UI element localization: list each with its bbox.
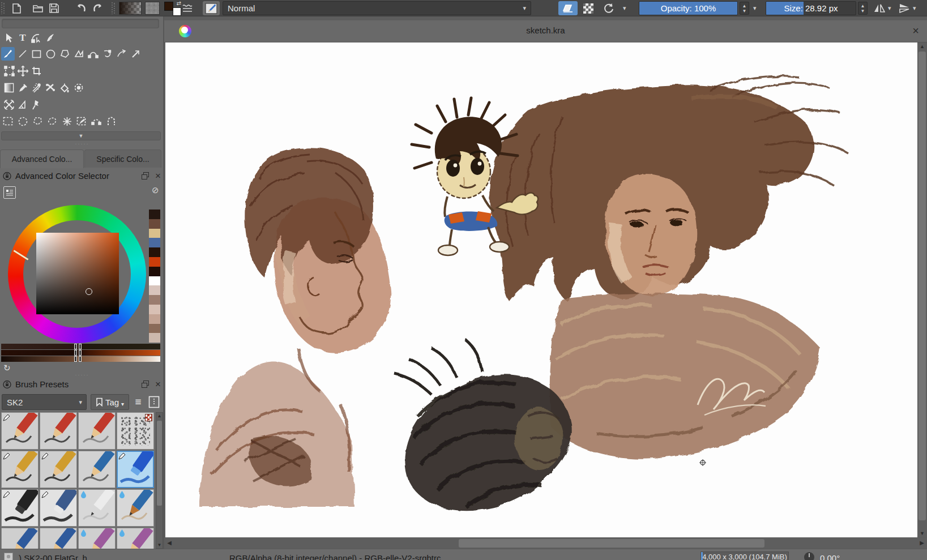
brush-preset-item[interactable] — [1, 489, 39, 527]
tool-transform[interactable] — [2, 64, 16, 78]
tool-freehand-brush[interactable] — [1, 47, 15, 61]
canvas-rotation-dial[interactable] — [804, 552, 814, 560]
history-swatch[interactable] — [149, 238, 160, 247]
strip-handle[interactable] — [74, 344, 77, 349]
fg-bg-colors[interactable]: ⇄ — [163, 1, 181, 16]
brush-preset-item[interactable] — [78, 528, 116, 549]
drawing-canvas[interactable] — [165, 42, 917, 537]
tool-ellipse-select[interactable] — [16, 114, 29, 128]
close-document-icon[interactable]: × — [912, 24, 919, 37]
brush-preset-item[interactable] — [78, 412, 116, 450]
tool-freehand-select[interactable] — [45, 114, 59, 128]
brush-preset-item[interactable] — [1, 451, 39, 488]
choose-brush-preset-button[interactable] — [180, 1, 195, 15]
brush-preset-item[interactable] — [78, 451, 116, 488]
chevron-down-icon[interactable]: ▾ — [888, 5, 891, 12]
chevron-down-icon[interactable]: ▾ — [913, 5, 916, 12]
tool-gradient[interactable] — [2, 81, 16, 95]
new-document-button[interactable] — [9, 1, 24, 15]
spin-down-icon[interactable]: ▼ — [742, 8, 747, 14]
history-swatch[interactable] — [149, 247, 160, 257]
pattern-swatch[interactable] — [145, 2, 160, 15]
reload-preset-button[interactable] — [601, 1, 616, 15]
strip-handle[interactable] — [74, 356, 77, 362]
tool-magnetic-select[interactable] — [104, 114, 118, 128]
spin-down-icon[interactable]: ▼ — [861, 8, 865, 14]
preset-scrollbar-thumb[interactable] — [157, 421, 162, 506]
undo-button[interactable] — [74, 1, 88, 15]
tool-assistants[interactable] — [2, 98, 16, 112]
mirror-horizontal-button[interactable] — [872, 1, 887, 15]
tool-ellipse[interactable] — [44, 47, 57, 61]
tool-select-shapes[interactable] — [2, 31, 16, 45]
tool-freehand-path[interactable] — [100, 47, 114, 61]
close-docker-icon[interactable]: × — [155, 379, 161, 390]
strip-handle[interactable] — [79, 356, 82, 362]
tool-bezier-select[interactable] — [89, 114, 103, 128]
tool-enclose-fill[interactable] — [72, 81, 86, 95]
tool-polyline[interactable] — [72, 47, 86, 61]
tool-measure[interactable] — [16, 98, 29, 112]
brush-preset-item[interactable] — [40, 412, 77, 450]
history-swatch[interactable] — [149, 333, 160, 343]
brush-preset-item[interactable] — [1, 528, 39, 549]
tool-smart-patch[interactable] — [44, 81, 57, 95]
brush-preset-item[interactable] — [40, 451, 77, 488]
scroll-down-icon[interactable]: ▼ — [156, 542, 163, 548]
spin-up-icon[interactable]: ▲ — [742, 3, 747, 8]
history-swatch[interactable] — [149, 257, 160, 267]
brush-preset-item[interactable] — [40, 489, 77, 527]
tool-reference-images[interactable] — [29, 98, 43, 112]
history-swatch[interactable] — [149, 210, 160, 219]
toolbar-drag-handle[interactable] — [1, 2, 5, 14]
strip-handle[interactable] — [79, 344, 82, 349]
history-swatch[interactable] — [149, 295, 160, 305]
tool-move[interactable] — [16, 64, 29, 78]
tool-colorize-mask[interactable] — [29, 81, 43, 95]
tool-calligraphy[interactable] — [44, 31, 57, 45]
eraser-mode-button[interactable] — [558, 1, 578, 15]
float-docker-icon[interactable] — [142, 381, 149, 388]
tool-edit-shapes[interactable] — [29, 31, 43, 45]
size-spinbox[interactable]: ▲ ▼ — [858, 2, 868, 15]
refresh-shades-button[interactable]: ↻ — [3, 363, 11, 373]
docker-resize-dots[interactable]: ····· — [71, 372, 93, 378]
document-titlebar[interactable]: sketch.kra × — [164, 20, 927, 42]
edit-brush-settings-button[interactable] — [203, 1, 220, 15]
scroll-right-icon[interactable]: ▶ — [918, 540, 926, 546]
history-swatch[interactable] — [149, 229, 160, 238]
lock-icon[interactable] — [3, 172, 11, 181]
tool-fill[interactable] — [58, 81, 71, 95]
history-swatch[interactable] — [149, 305, 160, 314]
redo-button[interactable] — [91, 1, 105, 15]
hscrollbar-thumb[interactable] — [459, 539, 764, 548]
brush-preset-item[interactable] — [1, 412, 39, 450]
tool-crop[interactable] — [29, 64, 43, 78]
tag-filter-combo[interactable]: SK2 ▾ — [2, 394, 87, 410]
history-swatch[interactable] — [149, 276, 160, 286]
brush-preset-item[interactable] — [117, 528, 154, 549]
tool-polygon[interactable] — [58, 47, 71, 61]
strip-handle[interactable] — [74, 350, 77, 356]
foreground-color-chip[interactable] — [164, 2, 173, 11]
preserve-alpha-button[interactable] — [581, 1, 596, 15]
tab-advanced-color[interactable]: Advanced Colo... — [0, 149, 84, 168]
saturation-value-square[interactable] — [36, 233, 119, 314]
open-document-button[interactable] — [31, 1, 45, 15]
scroll-down-icon[interactable]: ▼ — [917, 531, 927, 536]
history-swatch[interactable] — [149, 285, 160, 295]
selector-settings-button[interactable] — [3, 186, 16, 199]
brush-preset-item[interactable] — [40, 528, 77, 549]
brush-preset-item[interactable] — [117, 412, 154, 450]
scroll-left-icon[interactable]: ◀ — [165, 540, 173, 546]
history-swatch[interactable] — [149, 324, 160, 334]
history-swatch[interactable] — [149, 219, 160, 229]
close-docker-icon[interactable]: × — [155, 170, 161, 182]
lock-icon[interactable] — [3, 380, 11, 389]
strip-handle[interactable] — [79, 350, 82, 356]
opacity-slider[interactable]: Opacity: 100% — [639, 1, 738, 15]
tool-contiguous-select[interactable] — [60, 114, 74, 128]
canvas-vertical-scrollbar[interactable]: ▲ ▼ — [917, 42, 927, 537]
toolbox-collapse-button[interactable]: ▼ — [1, 131, 161, 140]
tool-rectangle[interactable] — [29, 47, 43, 61]
